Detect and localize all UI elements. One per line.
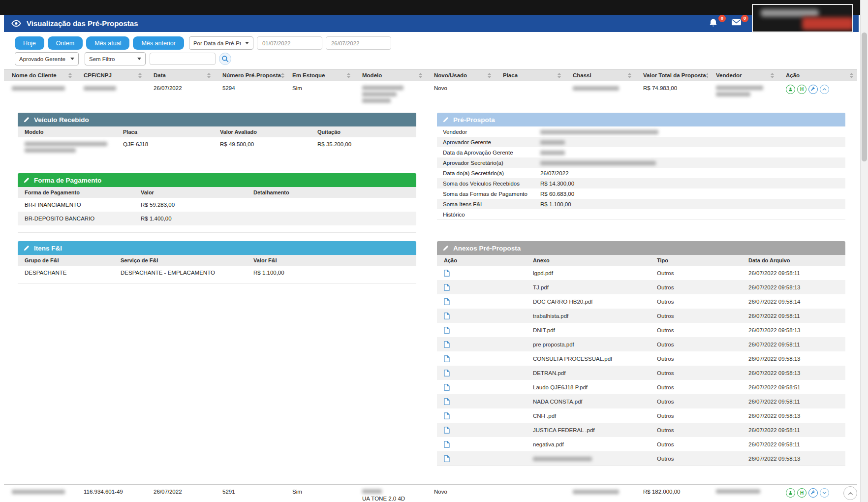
collapse-row-icon[interactable] bbox=[820, 85, 829, 94]
forma-nome: BR-FINANCIAMENTO bbox=[18, 202, 141, 208]
pre-proposta-field-aprovador-gerente: Aprovador Gerente bbox=[437, 137, 845, 147]
quick-filter-mes-atual[interactable]: Mês atual bbox=[86, 36, 129, 50]
anexo-nome: pre proposta.pdf bbox=[533, 342, 657, 347]
pdf-file-icon[interactable] bbox=[444, 327, 450, 334]
pdf-file-icon[interactable] bbox=[444, 313, 450, 319]
search-icon bbox=[221, 55, 229, 63]
anexos-column-tipo: Tipo bbox=[657, 257, 748, 263]
pdf-file-icon[interactable] bbox=[444, 398, 450, 405]
user-action-icon[interactable] bbox=[786, 488, 795, 498]
column-header-cpf-cnpj[interactable]: CPF/CNPJ bbox=[76, 70, 146, 81]
pre-proposta-field-data-da-aprovacao-gerente: Data da Aprovação Gerente bbox=[437, 147, 845, 157]
column-header-vendedor[interactable]: Vendedor bbox=[708, 70, 778, 81]
anexo-acao-cell bbox=[437, 284, 533, 291]
anexo-row: lgpd.pdfOutros26/07/2022 09:58:11 bbox=[437, 266, 845, 280]
pdf-file-icon[interactable] bbox=[444, 341, 450, 348]
redacted-user-info bbox=[761, 9, 819, 17]
field-label: Soma das Formas de Pagamento bbox=[437, 191, 540, 197]
field-value: 26/07/2022 bbox=[540, 170, 569, 176]
pdf-file-icon[interactable] bbox=[444, 355, 450, 362]
anexo-data: 26/07/2022 09:58:13 bbox=[748, 456, 845, 462]
messages-button[interactable]: 0 bbox=[731, 18, 744, 30]
column-label: Novo/Usado bbox=[434, 72, 467, 78]
edit-icon[interactable] bbox=[442, 245, 449, 251]
field-label: Aprovador Secretário(a) bbox=[437, 160, 540, 166]
quick-filter-mes-anterior[interactable]: Mês anterior bbox=[133, 36, 184, 50]
pdf-file-icon[interactable] bbox=[444, 298, 450, 305]
column-header-acao[interactable]: Ação bbox=[778, 70, 857, 81]
pdf-file-icon[interactable] bbox=[444, 370, 450, 376]
sort-icon bbox=[488, 73, 491, 78]
redacted-text bbox=[540, 130, 658, 134]
column-header-valor-total-da-proposta[interactable]: Valor Total da Proposta bbox=[635, 70, 708, 81]
anexo-acao-cell bbox=[437, 370, 533, 376]
redacted-text bbox=[716, 86, 763, 90]
anexo-tipo: Outros bbox=[657, 270, 748, 276]
notifications-button[interactable]: 0 bbox=[709, 18, 721, 30]
column-header-placa[interactable]: Placa bbox=[495, 70, 565, 81]
column-header-novo-usado[interactable]: Novo/Usado bbox=[426, 70, 495, 81]
field-value: R$ 1.100,00 bbox=[540, 201, 571, 207]
anexo-acao-cell bbox=[437, 313, 533, 319]
mail-icon bbox=[731, 18, 742, 26]
anexo-tipo: Outros bbox=[657, 284, 748, 290]
anexo-data: 26/07/2022 09:58:51 bbox=[748, 384, 845, 390]
pdf-file-icon[interactable] bbox=[444, 427, 450, 434]
pdf-file-icon[interactable] bbox=[444, 412, 450, 419]
user-action-icon[interactable] bbox=[786, 85, 795, 94]
scrollbar-track[interactable] bbox=[860, 0, 868, 502]
column-header-data[interactable]: Data bbox=[146, 70, 215, 81]
pre-proposta-fields: VendedorAprovador GerenteData da Aprovaç… bbox=[437, 126, 845, 220]
date-field-select[interactable]: Por Data da Pré-Propos bbox=[189, 36, 253, 50]
cell-em-estoque: Sim bbox=[284, 81, 354, 110]
messages-badge: 0 bbox=[741, 15, 748, 22]
redacted-text bbox=[84, 86, 116, 91]
column-header-em-estoque[interactable]: Em Estoque bbox=[284, 70, 354, 81]
historico-action-icon[interactable]: H bbox=[797, 85, 806, 94]
itens-fei-row: DESPACHANTEDESPACHANTE - EMPLACAMENTOR$ … bbox=[18, 266, 416, 280]
pdf-file-icon[interactable] bbox=[444, 270, 450, 277]
anexos-column-anexo: Anexo bbox=[533, 257, 657, 263]
itens-fei-header: Itens F&I bbox=[18, 241, 416, 255]
edit-icon[interactable] bbox=[23, 245, 30, 251]
pdf-file-icon[interactable] bbox=[444, 384, 450, 391]
forma-valor: R$ 1.400,00 bbox=[141, 216, 253, 221]
user-menu[interactable] bbox=[752, 4, 853, 32]
pdf-file-icon[interactable] bbox=[444, 441, 450, 448]
anexos-rows: lgpd.pdfOutros26/07/2022 09:58:11TJ.pdfO… bbox=[437, 266, 845, 466]
anexo-row: Outros26/07/2022 09:58:13 bbox=[437, 451, 845, 466]
pdf-file-icon[interactable] bbox=[444, 455, 450, 462]
edit-icon[interactable] bbox=[23, 117, 30, 123]
tools-action-icon[interactable] bbox=[808, 488, 818, 498]
status-select-value: Aprovado Gerente bbox=[19, 56, 65, 62]
pdf-file-icon[interactable] bbox=[444, 284, 450, 291]
cell-novo-usado: Novo bbox=[426, 485, 495, 502]
scrollbar-thumb[interactable] bbox=[862, 32, 867, 161]
search-input[interactable] bbox=[150, 53, 216, 65]
itens-grupo: DESPACHANTE bbox=[18, 270, 121, 276]
column-header-chassi[interactable]: Chassi bbox=[565, 70, 635, 81]
column-header-modelo[interactable]: Modelo bbox=[354, 70, 426, 81]
edit-icon[interactable] bbox=[442, 117, 449, 123]
anexo-tipo: Outros bbox=[657, 399, 748, 405]
page-header: Visualização das Pré-Propostas bbox=[4, 15, 859, 32]
quick-filter-ontem[interactable]: Ontem bbox=[48, 36, 83, 50]
search-button[interactable] bbox=[219, 53, 231, 65]
scroll-to-top-button[interactable] bbox=[843, 486, 857, 500]
column-label: Modelo bbox=[362, 72, 382, 78]
extra-filter-select[interactable]: Sem Filtro bbox=[85, 52, 146, 65]
quick-filter-hoje[interactable]: Hoje bbox=[15, 36, 44, 50]
date-from-input[interactable] bbox=[257, 36, 322, 50]
historico-action-icon[interactable]: H bbox=[797, 488, 806, 498]
column-header-nome-do-cliente[interactable]: Nome do Cliente bbox=[4, 70, 76, 81]
expand-row-icon[interactable] bbox=[820, 488, 829, 498]
redacted-text bbox=[716, 92, 750, 96]
field-label: Soma dos Veículos Recebidos bbox=[437, 181, 540, 187]
tools-action-icon[interactable] bbox=[808, 85, 818, 94]
column-header-numero-pre-proposta[interactable]: Número Pré-Proposta bbox=[215, 70, 284, 81]
edit-icon[interactable] bbox=[23, 177, 30, 184]
anexo-data: 26/07/2022 09:58:13 bbox=[748, 413, 845, 419]
date-to-input[interactable] bbox=[326, 36, 391, 50]
status-select[interactable]: Aprovado Gerente bbox=[15, 52, 79, 65]
extra-filter-select-value: Sem Filtro bbox=[89, 56, 115, 62]
